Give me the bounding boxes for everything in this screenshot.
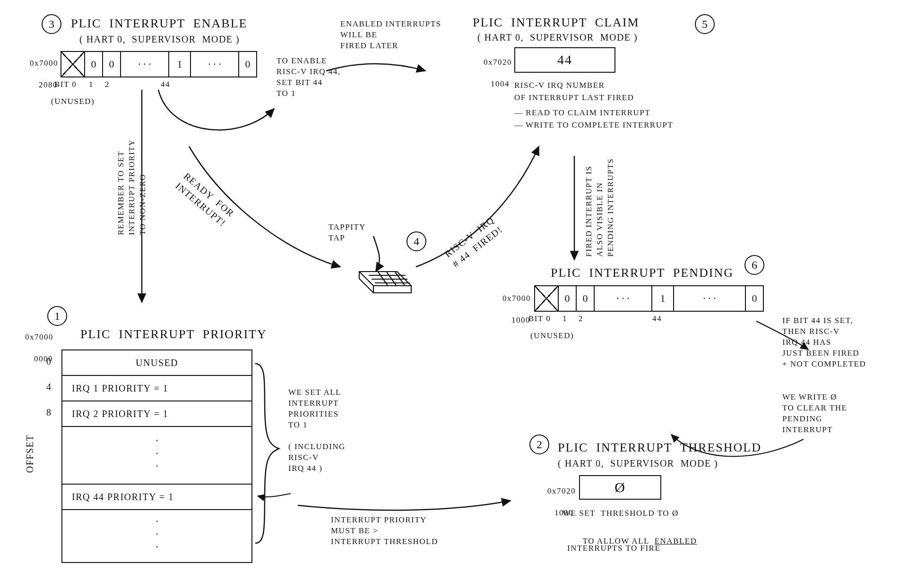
priority-row-unused: UNUSED: [62, 350, 251, 376]
pending-label-bit0: BIT 0: [528, 314, 551, 324]
pending-bit2: 0: [577, 286, 595, 311]
priority-row-2: IRQ 2 PRIORITY = 1: [62, 401, 251, 427]
pending-label-bit1: 1: [562, 314, 567, 324]
threshold-note-3: INTERRUPTS TO FIRE: [567, 543, 660, 554]
enable-bitarray: 0 0 · · · 1 · · · 0: [61, 51, 257, 77]
claim-subtitle: ( HART 0, SUPERVISOR MODE ): [477, 31, 638, 44]
claim-desc3: — READ TO CLAIM INTERRUPT: [514, 108, 650, 119]
pending-bit44: 1: [652, 286, 674, 311]
enable-priority-reminder: REMEMBER TO SET INTERRUPT PRIORITY TO NO…: [116, 139, 148, 235]
enable-bit1: 0: [85, 52, 103, 77]
priority-offset-0: 0: [46, 355, 52, 368]
step-2-badge: 2: [529, 435, 549, 454]
pending-addr2: 1000: [511, 315, 530, 324]
enable-dots2: · · ·: [191, 52, 239, 77]
priority-row-44: IRQ 44 PRIORITY = 1: [62, 485, 251, 510]
threshold-enabled-word: ENABLED: [655, 537, 697, 545]
claim-addr2: 1004: [491, 79, 510, 88]
enable-label-bit0: BIT 0: [54, 79, 77, 90]
enable-dots1: · · ·: [121, 52, 169, 77]
priority-offset-4: 4: [46, 381, 52, 393]
keyboard-icon: [359, 272, 411, 295]
claim-value-box: 44: [514, 47, 615, 73]
pending-bit0-x: [535, 286, 559, 311]
irq-fired-label: RISC-V IRQ # 44 FIRED!: [442, 213, 505, 271]
claim-desc2: OF INTERRUPT LAST FIRED: [514, 93, 634, 103]
step-4-badge: 4: [407, 231, 426, 251]
priority-threshold-note: INTERRUPT PRIORITY MUST BE > INTERRUPT T…: [331, 515, 438, 547]
claim-desc1: RISC-V IRQ NUMBER: [514, 80, 605, 91]
pending-label-bit2: 2: [579, 314, 583, 324]
threshold-subtitle: ( HART 0, SUPERVISOR MODE ): [558, 457, 718, 470]
step-5-badge: 5: [695, 14, 715, 34]
pending-note-clear: WE WRITE Ø TO CLEAR THE PENDING INTERRUP…: [782, 392, 886, 435]
enable-bit44: 1: [169, 52, 191, 77]
threshold-title: PLIC INTERRUPT THRESHOLD: [558, 439, 762, 456]
enable-bitlast: 0: [239, 52, 256, 77]
enable-fired-later-note: ENABLED INTERRUPTS WILL BE FIRED LATER: [340, 19, 441, 51]
priority-title: PLIC INTERRUPT PRIORITY: [80, 326, 267, 342]
pending-bitlast: 0: [746, 286, 763, 311]
priority-row-dots2: · · ·: [62, 510, 251, 562]
threshold-note-1: WE SET THRESHOLD TO Ø: [562, 508, 679, 519]
enable-bit0-x: [61, 52, 85, 77]
pending-label-bit44: 44: [652, 314, 662, 324]
priority-brace-note: WE SET ALL INTERRUPT PRIORITIES TO 1 ( I…: [288, 387, 346, 474]
priority-row-1: IRQ 1 PRIORITY = 1: [62, 376, 251, 401]
enable-label-bit1: 1: [89, 79, 94, 90]
enable-bit2: 0: [103, 52, 121, 77]
ready-for-interrupt-label: READY FOR INTERRUPT!: [173, 170, 237, 230]
pending-dots2: · · ·: [674, 286, 746, 311]
enable-unused: (UNUSED): [51, 96, 95, 107]
threshold-value-box: Ø: [579, 475, 661, 500]
priority-row-dots1: · · ·: [62, 427, 251, 485]
step-6-badge: 6: [744, 255, 764, 275]
priority-offset-8: 8: [46, 406, 52, 419]
enable-addr1: 0x7000: [30, 59, 58, 68]
pending-bitarray: 0 0 · · · 1 · · · 0: [534, 285, 764, 312]
pending-note-fired: IF BIT 44 IS SET, THEN RISC-V IRQ 44 HAS…: [782, 315, 891, 370]
claim-title: PLIC INTERRUPT CLAIM: [473, 14, 640, 31]
tappity-label: TAPPITY TAP: [329, 222, 366, 244]
priority-addr1: 0x7000: [25, 332, 53, 341]
enable-subtitle: ( HART 0, SUPERVISOR MODE ): [79, 33, 240, 46]
enable-to-enable-note: TO ENABLE RISC-V IRQ 44, SET BIT 44 TO 1: [277, 56, 340, 99]
enable-title: PLIC INTERRUPT ENABLE: [71, 15, 247, 32]
claim-side-note: FIRED INTERRUPT IS ALSO VISIBLE IN PENDI…: [584, 158, 616, 257]
enable-label-bit2: 2: [105, 79, 110, 90]
threshold-addr1: 0x7020: [547, 486, 576, 495]
step-3-badge: 3: [42, 14, 61, 34]
pending-unused: (UNUSED): [530, 331, 574, 341]
pending-addr1: 0x7000: [502, 294, 531, 303]
priority-offset-label: OFFSET: [24, 435, 36, 473]
pending-title: PLIC INTERRUPT PENDING: [551, 264, 734, 281]
pending-dots1: · · ·: [595, 286, 652, 311]
claim-addr1: 0x7020: [484, 58, 512, 67]
claim-desc4: — WRITE TO COMPLETE INTERRUPT: [514, 120, 673, 131]
priority-table: UNUSED IRQ 1 PRIORITY = 1 IRQ 2 PRIORITY…: [61, 349, 252, 563]
enable-label-bit44: 44: [161, 79, 170, 90]
pending-bit1: 0: [559, 286, 577, 311]
